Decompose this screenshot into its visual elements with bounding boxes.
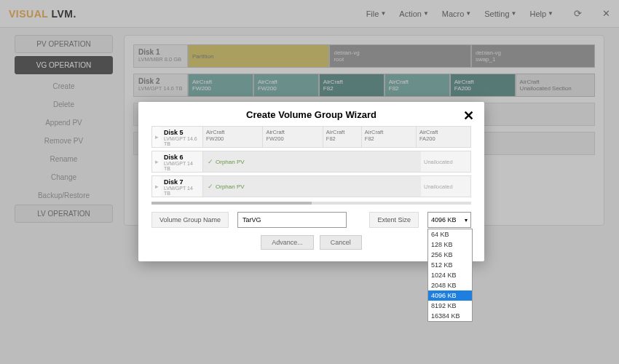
extent-option[interactable]: 256 KB (428, 250, 472, 260)
modal-disk7: ▸ Disk 7 LVM/GPT 14 TB Orphan PV Unalloc… (151, 175, 471, 197)
modal-disk5: ▸ Disk 5 LVM/GPT 14.6 TB AirCraftFW200 A… (151, 126, 471, 148)
extent-option[interactable]: 8192 KB (428, 301, 472, 311)
extent-label: Extent Size (369, 212, 419, 228)
advance-button[interactable]: Advance... (261, 235, 314, 250)
extent-value: 4096 KB (431, 216, 457, 223)
extent-dropdown: 64 KB 128 KB 256 KB 512 KB 1024 KB 2048 … (427, 229, 473, 322)
cancel-button[interactable]: Cancel (320, 235, 362, 250)
disk7-header[interactable]: Disk 7 LVM/GPT 14 TB (161, 176, 203, 197)
modal-button-row: Advance... Cancel (151, 235, 471, 250)
disk5-cell-2[interactable]: AirCraftF82 (323, 127, 362, 147)
extent-option[interactable]: 64 KB (428, 229, 472, 240)
extent-option[interactable]: 512 KB (428, 260, 472, 270)
disk5-cell-4[interactable]: AirCraftFA200 (417, 127, 470, 147)
extent-option[interactable]: 1024 KB (428, 270, 472, 280)
expander-icon[interactable]: ▸ (152, 127, 161, 147)
vgname-input[interactable] (237, 212, 347, 228)
expander-icon[interactable]: ▸ (152, 176, 161, 197)
extent-option[interactable]: 2048 KB (428, 280, 472, 290)
disk6-orphan-pv[interactable]: Orphan PV (203, 151, 421, 172)
chevron-down-icon: ▾ (465, 217, 468, 223)
vgname-label: Volume Group Name (151, 212, 229, 228)
create-vg-wizard: ✕ Create Volume Group Wizard ▸ Disk 5 LV… (138, 102, 484, 261)
disk7-orphan-pv[interactable]: Orphan PV (203, 176, 421, 197)
modal-close-button[interactable]: ✕ (463, 108, 474, 124)
modal-scrollbar[interactable] (151, 202, 471, 205)
disk6-unalloc: Unallocated (421, 151, 470, 172)
disk5-cell-0[interactable]: AirCraftFW200 (203, 127, 263, 147)
modal-title: Create Volume Group Wizard (151, 109, 471, 120)
disk5-cell-1[interactable]: AirCraftFW200 (263, 127, 323, 147)
disk6-header[interactable]: Disk 6 LVM/GPT 14 TB (161, 151, 203, 172)
disk5-cell-3[interactable]: AirCraftF82 (362, 127, 417, 147)
modal-disk6: ▸ Disk 6 LVM/GPT 14 TB Orphan PV Unalloc… (151, 151, 471, 173)
extent-option[interactable]: 16384 KB (428, 311, 472, 321)
extent-option-selected[interactable]: 4096 KB (428, 290, 472, 301)
form-row: Volume Group Name Extent Size 4096 KB ▾ … (151, 212, 471, 228)
expander-icon[interactable]: ▸ (152, 151, 161, 172)
extent-size-select[interactable]: 4096 KB ▾ 64 KB 128 KB 256 KB 512 KB 102… (427, 212, 471, 228)
disk7-unalloc: Unallocated (421, 176, 470, 197)
extent-option[interactable]: 128 KB (428, 240, 472, 250)
disk5-header[interactable]: Disk 5 LVM/GPT 14.6 TB (161, 127, 203, 147)
